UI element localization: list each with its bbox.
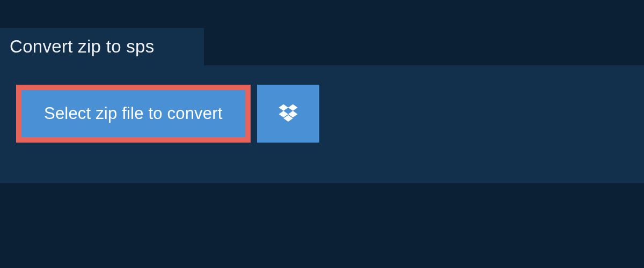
select-file-label: Select zip file to convert [44,104,223,123]
dropbox-icon [277,102,299,125]
tab-title: Convert zip to sps [10,36,155,57]
dropbox-button[interactable] [257,85,319,143]
active-tab[interactable]: Convert zip to sps [0,28,204,65]
file-select-row: Select zip file to convert [16,85,319,143]
select-file-button[interactable]: Select zip file to convert [16,85,251,143]
